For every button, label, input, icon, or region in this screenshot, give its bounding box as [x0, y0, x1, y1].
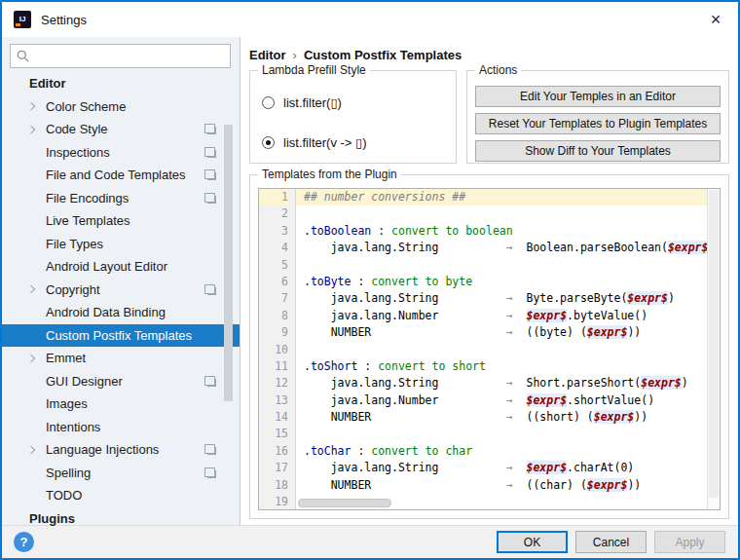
- vertical-scrollbar-thumb[interactable]: [709, 190, 719, 498]
- line-number: 19: [259, 494, 288, 510]
- intellij-app-icon: IJ: [14, 11, 31, 28]
- code-line: java.lang.String → Short.parseShort($exp…: [296, 375, 707, 392]
- lambda-style-options: list.filter(▯)list.filter(v -> ▯): [262, 94, 456, 150]
- lambda-style-option-list-filter[interactable]: list.filter(▯): [262, 94, 456, 110]
- code-token-arrow: →: [506, 241, 513, 254]
- chevron-right-icon[interactable]: [27, 285, 35, 293]
- sidebar-item-label: Plugins: [29, 511, 75, 526]
- sidebar-item-label: File Types: [46, 237, 103, 251]
- search-icon: [17, 50, 29, 62]
- cancel-button[interactable]: Cancel: [575, 531, 647, 553]
- ok-button[interactable]: OK: [497, 531, 568, 553]
- breadcrumb-item-editor[interactable]: Editor: [249, 48, 286, 62]
- dialog-body: EditorColor SchemeCode StyleInspectionsF…: [2, 37, 738, 525]
- code-token-arrow: →: [506, 291, 513, 305]
- chevron-right-icon[interactable]: [27, 446, 35, 454]
- code-token-var: $expr$: [527, 461, 568, 474]
- sidebar-item-label: Custom Postfix Templates: [46, 328, 192, 343]
- sidebar-item-color-scheme[interactable]: Color Scheme: [2, 95, 240, 119]
- chevron-right-icon[interactable]: [27, 126, 35, 133]
- close-icon[interactable]: ×: [693, 2, 738, 37]
- search-input[interactable]: [34, 45, 224, 67]
- sidebar-item-emmet[interactable]: Emmet: [2, 347, 240, 370]
- sidebar-item-images[interactable]: Images: [2, 392, 240, 416]
- sidebar-item-custom-postfix-templates[interactable]: Custom Postfix Templates: [2, 324, 240, 348]
- code-token-arrow: →: [506, 461, 513, 474]
- code-line: [296, 342, 707, 358]
- line-number: 4: [259, 240, 288, 256]
- sidebar-scrollbar-thumb[interactable]: [224, 125, 233, 401]
- project-scope-icon: [207, 172, 216, 180]
- code-token-plain: .charAt(0): [567, 461, 634, 474]
- sidebar-item-android-layout-editor[interactable]: Android Layout Editor: [2, 255, 240, 279]
- lambda-prefill-style-group: Lambda Prefill Style list.filter(▯)list.…: [249, 70, 457, 164]
- project-scope-icon: [207, 447, 216, 455]
- settings-tree: EditorColor SchemeCode StyleInspectionsF…: [2, 72, 240, 527]
- line-number: 8: [259, 308, 288, 324]
- show-diff-to-your-templates-button[interactable]: Show Diff to Your Templates: [475, 140, 721, 162]
- chevron-right-icon[interactable]: [27, 102, 35, 110]
- sidebar-item-todo[interactable]: TODO: [2, 484, 240, 507]
- code-token-plain: NUMBER: [304, 325, 506, 339]
- project-scope-icon: [207, 287, 216, 295]
- code-token-cmt: ## number conversions ##: [304, 190, 465, 204]
- breadcrumb-separator-icon: ›: [293, 48, 297, 62]
- project-scope-icon: [207, 379, 216, 387]
- help-button[interactable]: ?: [14, 532, 34, 552]
- code-token-plain: ): [668, 291, 675, 305]
- window-title: Settings: [41, 13, 87, 27]
- sidebar-item-file-and-code-templates[interactable]: File and Code Templates: [2, 164, 240, 187]
- sidebar-item-file-types[interactable]: File Types: [2, 233, 240, 256]
- sidebar-item-language-injections[interactable]: Language Injections: [2, 438, 240, 462]
- code-token-plain: java.lang.Number: [304, 309, 506, 322]
- sidebar-item-label: Android Layout Editor: [46, 259, 167, 274]
- chevron-right-icon[interactable]: [27, 355, 35, 362]
- sidebar-item-label: Spelling: [46, 466, 91, 480]
- sidebar-item-label: Copyright: [46, 282, 100, 297]
- sidebar-item-file-encodings[interactable]: File Encodings: [2, 187, 240, 210]
- sidebar-item-label: Color Scheme: [46, 99, 126, 114]
- line-number: 1: [259, 189, 288, 205]
- code-token-plain: [513, 309, 527, 322]
- top-groups-row: Lambda Prefill Style list.filter(▯)list.…: [249, 70, 729, 164]
- breadcrumb: Editor › Custom Postfix Templates: [249, 46, 729, 63]
- line-number: 6: [259, 274, 288, 290]
- code-token-plain: :: [371, 224, 391, 238]
- sidebar-item-spelling[interactable]: Spelling: [2, 462, 240, 485]
- code-line: ## number conversions ##: [296, 189, 707, 205]
- code-token-plain: Byte.parseByte(: [513, 291, 628, 305]
- radio-selected-icon[interactable]: [262, 136, 275, 149]
- sidebar-item-inspections[interactable]: Inspections: [2, 141, 240, 165]
- code-token-plain: :: [351, 444, 371, 458]
- lambda-style-option-list-filter-v[interactable]: list.filter(v -> ▯): [262, 134, 456, 150]
- code-token-desc: convert to boolean: [391, 224, 513, 238]
- code-line: java.lang.Number → $expr$.shortValue(): [296, 392, 707, 409]
- sidebar-item-android-data-binding[interactable]: Android Data Binding: [2, 301, 240, 324]
- sidebar-item-gui-designer[interactable]: GUI Designer: [2, 370, 240, 393]
- sidebar-item-label: Language Injections: [46, 442, 159, 457]
- code-token-plain: :: [357, 359, 378, 373]
- sidebar-item-code-style[interactable]: Code Style: [2, 118, 240, 141]
- line-number: 13: [259, 392, 288, 409]
- reset-your-templates-to-plugin-templates-button[interactable]: Reset Your Templates to Plugin Templates: [475, 113, 721, 134]
- radio-label: list.filter(v -> ▯): [283, 135, 367, 150]
- code-token-plain: ((byte) (: [513, 325, 587, 339]
- code-line: NUMBER → ((byte) ($expr$)): [296, 324, 707, 341]
- vertical-scrollbar[interactable]: [707, 189, 720, 509]
- sidebar-item-intentions[interactable]: Intentions: [2, 416, 240, 439]
- code-token-var: $expr$: [587, 478, 628, 492]
- sidebar-item-live-templates[interactable]: Live Templates: [2, 209, 240, 233]
- horizontal-scrollbar-thumb[interactable]: [298, 499, 391, 507]
- breadcrumb-item-custom-postfix-templates[interactable]: Custom Postfix Templates: [304, 48, 462, 62]
- code-token-arrow: →: [506, 410, 513, 424]
- code-token-name: .toChar: [304, 444, 351, 458]
- radio-unselected-icon[interactable]: [262, 96, 275, 109]
- code-token-var: $expr$: [641, 376, 682, 390]
- sidebar-item-copyright[interactable]: Copyright: [2, 279, 240, 302]
- code-token-desc: convert to char: [371, 444, 472, 458]
- sidebar-item-label: Inspections: [46, 145, 110, 160]
- code-token-arrow: →: [506, 309, 513, 322]
- project-scope-icon: [207, 470, 216, 478]
- edit-your-temples-in-an-editor-button[interactable]: Edit Your Temples in an Editor: [475, 86, 721, 107]
- sidebar-item-label: Images: [46, 396, 88, 411]
